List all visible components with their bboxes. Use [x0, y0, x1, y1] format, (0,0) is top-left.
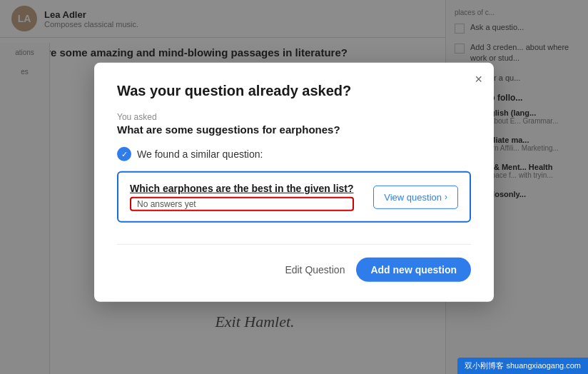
card-question-suffix: are the best in the given list? — [213, 183, 354, 194]
chevron-right-icon: › — [445, 192, 447, 202]
close-button[interactable]: × — [475, 73, 482, 86]
modal-title: Was your question already asked? — [117, 83, 471, 99]
add-new-question-button[interactable]: Add new question — [356, 258, 471, 282]
no-answers-badge: No answers yet — [130, 197, 354, 211]
view-question-button[interactable]: View question › — [373, 185, 458, 208]
watermark: 双小刚博客 shuangxiaogang.com — [457, 358, 588, 374]
card-question-underlined: earphones — [163, 183, 213, 194]
modal-card-question: Which earphones are the best in the give… — [130, 183, 354, 194]
modal-card-left: Which earphones are the best in the give… — [130, 183, 354, 211]
modal-similar-row: ✓ We found a similar question: — [117, 147, 471, 161]
modal-dialog: × Was your question already asked? You a… — [94, 63, 494, 302]
check-icon: ✓ — [117, 147, 131, 161]
modal-question-card: Which earphones are the best in the give… — [117, 171, 471, 223]
modal-user-question: What are some suggestions for earphones? — [117, 123, 471, 136]
modal-you-asked-label: You asked — [117, 112, 471, 122]
card-question-prefix: Which — [130, 183, 163, 194]
modal-similar-text: We found a similar question: — [137, 148, 263, 160]
view-question-label: View question — [384, 191, 442, 202]
modal-footer: Edit Question Add new question — [117, 244, 471, 282]
edit-question-button[interactable]: Edit Question — [285, 264, 345, 276]
